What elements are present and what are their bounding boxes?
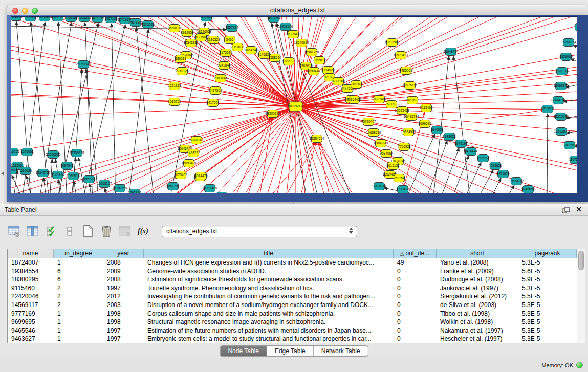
table-cell[interactable]: 0 xyxy=(394,275,437,284)
graph-edge-black[interactable] xyxy=(505,185,514,193)
column-header-title[interactable]: title xyxy=(144,249,394,258)
graph-edge-red[interactable] xyxy=(28,17,296,106)
graph-edge-red[interactable] xyxy=(201,106,296,176)
table-cell[interactable]: 5.3E-5 xyxy=(518,258,577,267)
delete-table-icon[interactable] xyxy=(118,224,132,238)
graph-edge-red[interactable] xyxy=(296,17,577,106)
graph-edge-red[interactable] xyxy=(296,17,577,106)
table-cell[interactable]: 2008 xyxy=(103,275,144,284)
table-cell[interactable]: 19384554 xyxy=(8,267,54,276)
table-cell[interactable]: 9463627 xyxy=(8,335,54,343)
graph-edge-black[interactable] xyxy=(571,59,577,66)
table-cell[interactable]: Jankovic et al. (1997) xyxy=(437,284,518,293)
table-cell[interactable]: Estimation of the future numbers of pati… xyxy=(144,326,394,335)
table-cell[interactable]: 14569117 xyxy=(8,301,54,310)
table-cell[interactable]: 2 xyxy=(54,292,103,301)
table-cell[interactable]: de Silva et al. (2003) xyxy=(437,301,518,310)
table-cell[interactable]: Nakamura et al. (1997) xyxy=(437,326,518,335)
table-row[interactable]: 977716911998Corpus callosum shape and si… xyxy=(8,310,577,318)
graph-edge-red[interactable] xyxy=(296,45,577,106)
table-cell[interactable]: Corpus callosum shape and size in male p… xyxy=(144,310,394,318)
graph-edge-red[interactable] xyxy=(296,17,359,106)
graph-edge-red[interactable] xyxy=(296,106,577,193)
graph-edge-red[interactable] xyxy=(296,106,577,193)
table-cell[interactable]: Franke et al. (2009) xyxy=(437,267,518,276)
graph-edge-red[interactable] xyxy=(296,106,577,193)
table-row[interactable]: 2242004622012Investigating the contribut… xyxy=(8,292,577,301)
table-cell[interactable]: 5.3E-5 xyxy=(518,284,577,293)
graph-edge-black[interactable] xyxy=(440,148,459,193)
table-row[interactable]: 1456911722003Disruption of a novel membe… xyxy=(8,301,577,310)
tab-network-table[interactable]: Network Table xyxy=(313,346,368,356)
graph-edge-black[interactable] xyxy=(128,29,148,193)
graph-edge-red[interactable] xyxy=(296,17,517,106)
graph-edge-red[interactable] xyxy=(296,106,577,193)
table-cell[interactable]: 1 xyxy=(54,310,103,318)
table-cell[interactable]: 0 xyxy=(394,326,437,335)
table-cell[interactable]: 5.6E-5 xyxy=(518,267,577,276)
graph-node[interactable] xyxy=(216,192,227,194)
graph-edge-black[interactable] xyxy=(12,175,24,193)
table-cell[interactable]: 0 xyxy=(394,267,437,276)
graph-edge-black[interactable] xyxy=(405,134,435,193)
graph-edge-black[interactable] xyxy=(547,114,548,193)
tab-edge-table[interactable]: Edge Table xyxy=(267,346,313,356)
graph-edge-red[interactable] xyxy=(296,106,577,193)
close-panel-icon[interactable]: ✕ xyxy=(576,205,582,213)
table-cell[interactable]: 9115460 xyxy=(8,284,54,293)
table-cell[interactable]: Estimation of significance thresholds fo… xyxy=(144,275,394,284)
table-cell[interactable]: Tourette syndrome. Phenomenology and cla… xyxy=(144,284,394,293)
table-cell[interactable]: 5.3E-5 xyxy=(518,301,577,310)
table-cell[interactable]: 1 xyxy=(54,258,103,267)
graph-edge-red[interactable] xyxy=(296,106,577,193)
table-cell[interactable]: 9699695 xyxy=(8,318,54,326)
table-cell[interactable]: 1997 xyxy=(103,284,144,293)
table-cell[interactable]: Investigating the contribution of common… xyxy=(144,292,394,301)
table-cell[interactable]: 1997 xyxy=(103,335,144,343)
graph-edge-red[interactable] xyxy=(296,17,577,106)
graph-edge-red[interactable] xyxy=(221,106,296,193)
table-cell[interactable]: 2012 xyxy=(103,292,144,301)
table-cell[interactable]: 5.5E-5 xyxy=(518,292,577,301)
graph-edge-black[interactable] xyxy=(120,193,123,193)
column-header-name[interactable]: name xyxy=(8,249,54,258)
column-header-out_de[interactable]: △out_de... xyxy=(394,249,437,258)
table-cell[interactable]: Tibbo et al. (1998) xyxy=(437,310,518,318)
graph-edge-red[interactable] xyxy=(296,106,371,193)
column-header-in_degree[interactable]: in_degree xyxy=(54,249,103,258)
table-cell[interactable]: 9465546 xyxy=(8,326,54,335)
table-cell[interactable]: 5.3E-5 xyxy=(518,310,577,318)
table-cell[interactable]: 6 xyxy=(54,267,103,276)
table-cell[interactable]: Wolkin et al. (1998) xyxy=(437,318,518,326)
graph-edge-red[interactable] xyxy=(296,17,577,106)
graph-edge-red[interactable] xyxy=(296,106,577,193)
window-titlebar[interactable]: citations_edges.txt xyxy=(7,5,588,16)
table-cell[interactable]: 2 xyxy=(54,284,103,293)
graph-edge-red[interactable] xyxy=(296,17,577,106)
table-row[interactable]: 1938455462009Genome-wide association stu… xyxy=(8,267,577,276)
table-cell[interactable]: 1 xyxy=(54,318,103,326)
table-cell[interactable]: Dudbridge et al. (2008) xyxy=(437,275,518,284)
graph-edge-red[interactable] xyxy=(296,17,577,106)
table-cell[interactable]: 0 xyxy=(394,335,437,343)
graph-edge-black[interactable] xyxy=(169,22,205,193)
graph-edge-black[interactable] xyxy=(476,170,493,193)
table-cell[interactable]: 0 xyxy=(394,292,437,301)
table-cell[interactable]: 1997 xyxy=(103,326,144,335)
table-cell[interactable]: 2 xyxy=(54,301,103,310)
graph-edge-red[interactable] xyxy=(296,106,577,193)
graph-edge-red[interactable] xyxy=(482,110,544,119)
graph-edge-red[interactable] xyxy=(318,142,331,193)
table-cell[interactable]: 1 xyxy=(54,335,103,343)
table-cell[interactable]: 0 xyxy=(394,310,437,318)
table-cell[interactable]: Yano et al. (2008) xyxy=(437,258,518,267)
memory-ok-indicator-icon[interactable] xyxy=(576,362,583,368)
graph-edge-red[interactable] xyxy=(296,17,577,106)
table-cell[interactable]: Hescheler et al. (1997) xyxy=(437,335,518,343)
graph-edge-red[interactable] xyxy=(296,106,577,193)
graph-edge-black[interactable] xyxy=(31,22,49,193)
table-cell[interactable]: Changes of HCN gene expression and I(f) … xyxy=(144,258,394,267)
table-cell[interactable]: 0 xyxy=(394,284,437,293)
graph-edge-red[interactable] xyxy=(296,17,577,106)
table-cell[interactable]: 2008 xyxy=(103,258,144,267)
